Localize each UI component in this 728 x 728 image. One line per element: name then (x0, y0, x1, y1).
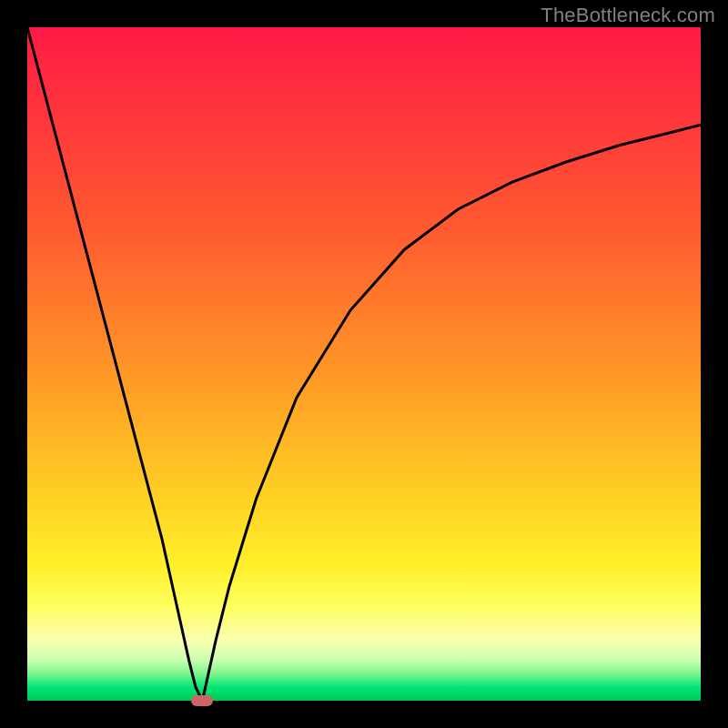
plot-area (27, 27, 701, 701)
minimum-marker (191, 695, 213, 706)
curve-right-branch (202, 125, 701, 701)
chart-frame: TheBottleneck.com (0, 0, 728, 728)
watermark-text: TheBottleneck.com (541, 4, 715, 27)
bottleneck-curve (27, 27, 701, 701)
curve-left-branch (27, 27, 202, 701)
